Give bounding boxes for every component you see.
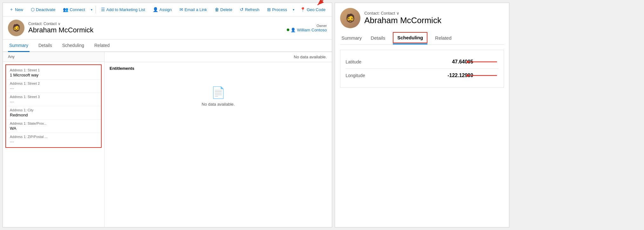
street1-row: Address 1: Street 1 1 Microsoft way	[6, 66, 101, 80]
process-dropdown[interactable]: ▾	[292, 6, 296, 13]
geocode-container: 📍 Geo Code	[297, 5, 329, 14]
street2-row: Address 1: Street 2 ---	[6, 80, 101, 93]
address-section: Any Address 1: Street 1 1 Microsoft way …	[3, 52, 104, 227]
city-row: Address 1: City Redmond	[6, 106, 101, 120]
avatar: 🧔	[8, 20, 24, 36]
marketing-icon: ☰	[101, 7, 105, 12]
zip-row: Address 1: ZIP/Postal ... ---	[6, 133, 101, 146]
new-button[interactable]: ＋ New	[6, 5, 26, 14]
delete-button[interactable]: 🗑 Delete	[211, 5, 236, 14]
dropdown-icon[interactable]: ∨	[58, 22, 61, 26]
chevron-down-icon: ▾	[91, 8, 92, 11]
state-row: Address 1: State/Prov... WA	[6, 120, 101, 133]
longitude-arrow	[467, 72, 499, 79]
owner-icon: 👤	[291, 28, 296, 32]
deactivate-icon: ⬡	[31, 7, 35, 12]
tab-details[interactable]: Details	[37, 40, 53, 52]
svg-line-1	[318, 0, 330, 5]
latitude-label: Latitude	[345, 59, 361, 64]
address-box: Address 1: Street 1 1 Microsoft way Addr…	[5, 64, 102, 148]
no-data-icon: 📄	[211, 86, 225, 99]
rp-dropdown-icon[interactable]: ∨	[396, 11, 399, 16]
trash-icon: 🗑	[215, 7, 219, 12]
email-icon: ✉	[179, 7, 183, 12]
geocode-button[interactable]: 📍 Geo Code	[297, 5, 329, 14]
right-section: No data available. Entitlements 📄 No dat…	[104, 52, 332, 227]
right-panel: 🧔 Contact: Contact ∨ Abraham McCormick S…	[335, 3, 509, 227]
refresh-icon: ↺	[240, 7, 244, 12]
latitude-row: Latitude 47.64005	[345, 55, 499, 69]
contact-info: Contact: Contact ∨ Abraham McCormick	[28, 22, 283, 34]
rp-contact-type: Contact: Contact ∨	[364, 11, 441, 16]
chevron-down-icon-2: ▾	[293, 8, 294, 11]
process-icon: ⊞	[267, 7, 271, 12]
rp-tab-summary[interactable]: Summary	[340, 32, 363, 45]
street3-row: Address 1: Street 3 ---	[6, 93, 101, 106]
more-dropdown[interactable]: ▾	[90, 6, 94, 13]
email-button[interactable]: ✉ Email a Link	[176, 5, 210, 14]
rp-contact-name: Abraham McCormick	[364, 16, 441, 25]
latitude-arrow	[467, 59, 499, 65]
geo-box: Latitude 47.64005 Longitude -122.12980	[340, 50, 504, 88]
rp-contact-info: Contact: Contact ∨ Abraham McCormick	[364, 11, 441, 25]
no-data-container: 📄 No data available.	[110, 73, 327, 119]
longitude-row: Longitude -122.12980	[345, 69, 499, 82]
rp-tab-scheduling-container: Scheduling	[393, 32, 427, 44]
left-panel: ＋ New ⬡ Deactivate 👥 Connect ▾ ☰ Add to …	[3, 3, 332, 227]
geo-icon: 📍	[300, 7, 305, 12]
no-data-text: No data available.	[202, 102, 235, 107]
entitlements-title: Entitlements	[110, 66, 327, 71]
deactivate-button[interactable]: ⬡ Deactivate	[28, 5, 58, 14]
owner-section: Owner 👤 William Contoso	[287, 24, 327, 32]
refresh-button[interactable]: ↺ Refresh	[237, 5, 263, 14]
contact-header: 🧔 Contact: Contact ∨ Abraham McCormick O…	[3, 16, 332, 40]
assign-button[interactable]: 👤 Assign	[150, 5, 175, 14]
owner-value: 👤 William Contoso	[287, 28, 327, 32]
tabs: Summary Details Scheduling Related	[3, 40, 332, 52]
contact-type: Contact: Contact ∨	[28, 22, 283, 26]
connect-icon: 👥	[63, 7, 68, 12]
tab-summary[interactable]: Summary	[8, 40, 30, 52]
rp-avatar: 🧔	[340, 8, 360, 28]
marketing-button[interactable]: ☰ Add to Marketing List	[98, 5, 148, 14]
scheduling-underline	[393, 43, 427, 44]
rp-tab-details[interactable]: Details	[369, 32, 386, 45]
rp-tabs: Summary Details Scheduling Related	[340, 32, 504, 45]
longitude-label: Longitude	[345, 73, 365, 78]
entitlements-section: Entitlements 📄 No data available.	[104, 62, 332, 227]
toolbar: ＋ New ⬡ Deactivate 👥 Connect ▾ ☰ Add to …	[3, 3, 332, 16]
no-data-top: No data available.	[104, 52, 332, 62]
tab-scheduling[interactable]: Scheduling	[61, 40, 85, 52]
rp-tab-scheduling[interactable]: Scheduling	[393, 32, 427, 43]
tab-related[interactable]: Related	[93, 40, 111, 52]
toolbar-divider-1	[96, 6, 96, 13]
rp-header: 🧔 Contact: Contact ∨ Abraham McCormick	[340, 8, 504, 28]
connect-button[interactable]: 👥 Connect	[60, 5, 88, 14]
content-area: Any Address 1: Street 1 1 Microsoft way …	[3, 52, 332, 227]
section-header: Any	[3, 52, 104, 62]
plus-icon: ＋	[9, 7, 14, 12]
rp-tab-related[interactable]: Related	[434, 32, 453, 45]
avatar-image: 🧔	[8, 20, 24, 36]
owner-status-dot	[287, 29, 289, 31]
contact-name: Abraham McCormick	[28, 26, 283, 34]
process-button[interactable]: ⊞ Process	[264, 5, 290, 14]
assign-icon: 👤	[153, 7, 158, 12]
